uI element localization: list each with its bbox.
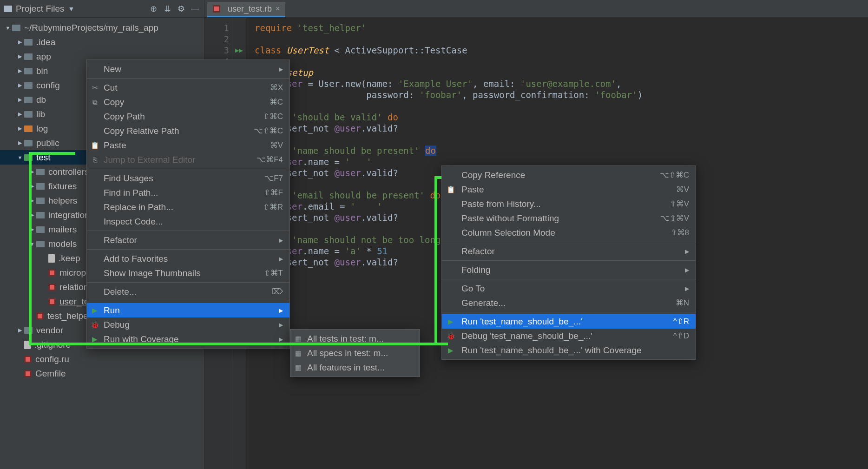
menu-item-label: Copy (104, 97, 270, 107)
tree-item[interactable]: ▶config.ru (0, 352, 204, 366)
tree-label: mailers (48, 225, 77, 235)
tree-context-item[interactable]: ✂Cut⌘X (87, 80, 289, 95)
tree-context-item[interactable]: New▶ (87, 62, 289, 76)
menu-item-label: Run 'test_name_should_be_...' (461, 317, 673, 327)
run-line-icon[interactable]: ▶▶ (232, 45, 246, 56)
tree-context-item[interactable]: ▶Run▶ (87, 303, 289, 317)
folder-icon (24, 97, 33, 103)
menu-item-icon: ▶ (91, 335, 99, 343)
menu-item-label: Paste (104, 140, 270, 151)
tree-context-item[interactable]: ▶Run with Coverage▶ (87, 332, 289, 346)
chevron-right-icon: ▶ (279, 336, 283, 343)
menu-item-icon: 📋 (91, 141, 99, 150)
shortcut-label: ⇧⌘8 (671, 228, 689, 238)
ruby-file-icon (213, 5, 220, 13)
context-separator (442, 279, 696, 279)
editor-context-item[interactable]: ▶Run 'test_name_should_be_...' with Cove… (442, 343, 696, 357)
menu-item-icon: ▦ (294, 349, 302, 357)
menu-item-label: Add to Favorites (104, 254, 274, 264)
editor-context-item[interactable]: 🐞Debug 'test_name_should_be_...'^⇧D (442, 329, 696, 343)
folder-icon (24, 327, 33, 334)
menu-item-icon: ▦ (294, 363, 302, 372)
tree-item[interactable]: ▶.idea (0, 35, 204, 49)
tree-context-item[interactable]: Find Usages⌥F7 (87, 171, 289, 185)
shortcut-label: ⇧⌘V (670, 199, 689, 209)
tree-label: config.ru (35, 354, 69, 364)
editor-context-item[interactable]: Go To▶ (442, 281, 696, 296)
tree-context-item[interactable]: Replace in Path...⇧⌘R (87, 200, 289, 214)
folder-icon (24, 140, 33, 146)
tree-context-item[interactable]: Delete...⌦ (87, 284, 289, 299)
file-icon (48, 254, 55, 263)
ruby-file-icon (36, 312, 44, 320)
hide-icon[interactable]: — (190, 4, 200, 14)
tree-label: .gitignore (34, 340, 71, 350)
ruby-file-icon (24, 370, 32, 377)
editor-tabs: user_test.rb × (204, 0, 868, 18)
chevron-right-icon: ▶ (685, 248, 689, 255)
editor-context-item[interactable]: Column Selection Mode⇧⌘8 (442, 225, 696, 240)
shortcut-label: ⌘X (270, 83, 283, 92)
editor-context-item[interactable]: Paste from History...⇧⌘V (442, 197, 696, 211)
menu-item-label: Folding (461, 265, 680, 275)
editor-tab-user-test[interactable]: user_test.rb × (207, 2, 285, 17)
tree-context-item[interactable]: ⧉Copy⌘C (87, 95, 289, 109)
collapse-icon[interactable]: ⇊ (162, 4, 172, 14)
editor-context-item[interactable]: Paste without Formatting⌥⇧⌘V (442, 211, 696, 225)
menu-item-label: Show Image Thumbnails (104, 268, 264, 278)
folder-icon (36, 241, 45, 247)
gear-icon[interactable]: ⚙ (176, 4, 186, 14)
project-toolbar: Project Files ▼ ⊕ ⇊ ⚙ — (0, 0, 204, 18)
tree-label: bin (36, 66, 48, 76)
folder-icon (24, 68, 33, 74)
menu-item-icon: ⧉ (91, 98, 99, 106)
editor-context-item[interactable]: Refactor▶ (442, 244, 696, 258)
context-menu-tree[interactable]: New▶✂Cut⌘X⧉Copy⌘CCopy Path⇧⌘CCopy Relati… (86, 59, 290, 349)
folder-icon (36, 212, 45, 218)
menu-item-icon: ✂ (91, 84, 99, 92)
tree-context-item[interactable]: Inspect Code... (87, 214, 289, 229)
shortcut-label: ⌦ (272, 287, 283, 297)
editor-context-item[interactable]: ▶Run 'test_name_should_be_...'^⇧R (442, 314, 696, 329)
shortcut-label: ⌘V (270, 140, 283, 150)
close-icon[interactable]: × (276, 5, 280, 13)
tree-context-item[interactable]: Refactor▶ (87, 233, 289, 247)
project-title[interactable]: Project Files (16, 4, 65, 14)
chevron-right-icon: ▶ (685, 267, 689, 273)
tree-root[interactable]: ▼~/RubymineProjects/my_rails_app (0, 20, 204, 35)
context-submenu-run[interactable]: ▦All tests in test: m...▦All specs in te… (290, 329, 420, 377)
shortcut-label: ⇧⌘C (263, 112, 283, 121)
tree-context-item[interactable]: Find in Path...⇧⌘F (87, 185, 289, 200)
target-icon[interactable]: ⊕ (148, 4, 158, 14)
menu-item-label: New (104, 64, 274, 74)
menu-item-label: Generate... (461, 298, 676, 308)
menu-item-icon: ▶ (447, 346, 455, 355)
context-menu-editor[interactable]: Copy Reference⌥⇧⌘C📋Paste⌘VPaste from His… (441, 165, 696, 360)
editor-tab-label: user_test.rb (228, 4, 272, 14)
chevron-down-icon[interactable]: ▼ (68, 5, 75, 13)
tree-item[interactable]: ▶Gemfile (0, 366, 204, 381)
tree-context-item[interactable]: 📋Paste⌘V (87, 138, 289, 152)
run-submenu-item[interactable]: ▦All features in test... (290, 360, 420, 375)
tree-context-item[interactable]: 🐞Debug▶ (87, 317, 289, 332)
editor-context-item[interactable]: Folding▶ (442, 263, 696, 277)
context-separator (87, 301, 289, 301)
tree-context-item[interactable]: Copy Relative Path⌥⇧⌘C (87, 124, 289, 138)
shortcut-label: ⌥F7 (264, 173, 283, 183)
tree-context-item[interactable]: Show Image Thumbnails⇧⌘T (87, 266, 289, 280)
editor-context-item[interactable]: 📋Paste⌘V (442, 182, 696, 197)
run-submenu-item[interactable]: ▦All tests in test: m... (290, 331, 420, 346)
menu-item-icon: ▦ (294, 335, 302, 343)
shortcut-label: ⌥⇧⌘C (254, 126, 283, 136)
folder-icon (36, 169, 45, 175)
editor-context-item[interactable]: Copy Reference⌥⇧⌘C (442, 168, 696, 182)
editor-context-item[interactable]: Generate...⌘N (442, 296, 696, 310)
tree-label: db (36, 95, 46, 105)
shortcut-label: ⌘V (676, 185, 689, 194)
tree-label: config (36, 80, 60, 91)
tree-context-item[interactable]: Add to Favorites▶ (87, 251, 289, 266)
run-submenu-item[interactable]: ▦All specs in test: m... (290, 346, 420, 360)
menu-item-label: Refactor (104, 235, 274, 245)
tree-context-item[interactable]: Copy Path⇧⌘C (87, 109, 289, 124)
menu-item-label: Inspect Code... (104, 217, 283, 227)
